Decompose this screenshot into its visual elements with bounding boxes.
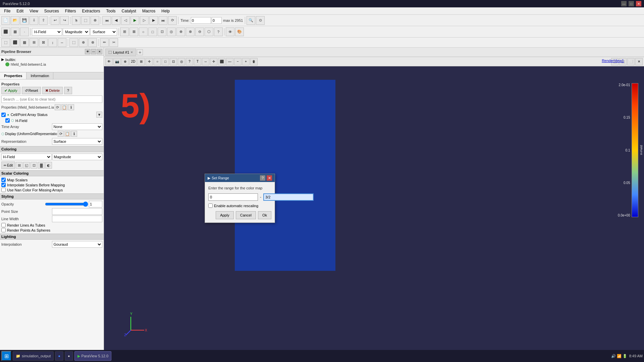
- time-input[interactable]: [191, 17, 211, 24]
- representation-select[interactable]: Surface: [90, 28, 117, 36]
- display-info-btn[interactable]: ℹ: [71, 131, 77, 137]
- rescale-btn[interactable]: ⊞: [16, 162, 22, 169]
- new-button[interactable]: 📄: [1, 16, 10, 25]
- rv-cube2-btn[interactable]: □: [162, 58, 169, 65]
- point-size-input[interactable]: 2: [52, 208, 103, 215]
- delete-button[interactable]: ✖ Delete: [42, 87, 63, 94]
- eye-orient-btn[interactable]: 👁: [226, 27, 234, 36]
- rv-movie-btn[interactable]: ⬛: [218, 58, 225, 65]
- sel-surface-btn[interactable]: ◎: [167, 27, 176, 36]
- play-button[interactable]: ▶: [130, 16, 139, 25]
- tool-e[interactable]: ⊠: [39, 38, 48, 47]
- help-button[interactable]: ?: [64, 87, 72, 94]
- dialog-apply-btn[interactable]: Apply: [216, 211, 234, 219]
- tool-a[interactable]: ⬚: [1, 38, 10, 47]
- point-data-btn[interactable]: ·: [20, 27, 29, 36]
- coloring-component-select[interactable]: Magnitude: [52, 154, 103, 160]
- export-button[interactable]: ⇧: [39, 16, 48, 25]
- dialog-cancel-btn[interactable]: Cancel: [236, 211, 256, 219]
- cell-point-array-check[interactable]: [1, 113, 6, 117]
- opacity-input[interactable]: [89, 201, 102, 207]
- open-button[interactable]: 📂: [11, 16, 19, 25]
- rv-minus-btn[interactable]: −: [234, 58, 241, 65]
- menu-sources[interactable]: Sources: [42, 8, 62, 14]
- reset-camera-btn[interactable]: ⊞: [120, 27, 129, 36]
- add-layout-btn[interactable]: +: [137, 49, 143, 55]
- play-back-button[interactable]: ◁: [121, 16, 130, 25]
- range-min-input[interactable]: [208, 193, 258, 201]
- loop-button[interactable]: ⟳: [168, 16, 177, 25]
- tool-j[interactable]: ⊗: [88, 38, 97, 47]
- frame-input[interactable]: [212, 17, 222, 24]
- rv-cam-btn[interactable]: 📷: [113, 58, 121, 65]
- dialog-ok-btn[interactable]: Ok: [258, 211, 271, 219]
- rv-settings-btn[interactable]: —: [226, 58, 233, 65]
- file-copy-btn[interactable]: 📋: [61, 104, 67, 110]
- sphere-btn[interactable]: ○: [139, 27, 148, 36]
- tool-g[interactable]: ↔: [58, 38, 66, 47]
- dialog-help-btn[interactable]: ?: [260, 175, 265, 181]
- last-frame-button[interactable]: ⏭: [159, 16, 167, 25]
- representation-select-left[interactable]: Surface: [52, 138, 103, 145]
- file-reload-btn[interactable]: ⟳: [55, 104, 61, 110]
- taskbar-other[interactable]: ●: [65, 351, 73, 361]
- close-view-btn[interactable]: ✕: [635, 58, 643, 65]
- import-button[interactable]: ⇩: [30, 16, 38, 25]
- pipeline-collapse-btn[interactable]: —: [91, 49, 96, 54]
- pipeline-eye-btn[interactable]: 👁: [85, 49, 90, 54]
- h-field-check[interactable]: [5, 118, 10, 123]
- sel-point-btn[interactable]: ⊕: [176, 27, 185, 36]
- rv-trash-btn[interactable]: 🗑: [250, 58, 258, 65]
- display-reload-btn[interactable]: ⟳: [58, 131, 64, 137]
- rv-fit-btn[interactable]: ⊡: [170, 58, 177, 65]
- first-frame-button[interactable]: ⏮: [102, 16, 111, 25]
- line-width-input[interactable]: 1: [52, 216, 103, 222]
- rv-sphere2-btn[interactable]: ○: [154, 58, 161, 65]
- close-button[interactable]: ✕: [636, 1, 641, 6]
- start-button[interactable]: ⊞: [1, 351, 11, 361]
- max-view-btn[interactable]: ⬜: [627, 58, 635, 65]
- map-scalars-check[interactable]: [1, 178, 6, 182]
- rv-2d-btn[interactable]: 2D: [129, 58, 137, 65]
- minimize-button[interactable]: —: [621, 1, 627, 6]
- interpolation-select[interactable]: Gouraud: [52, 241, 103, 248]
- next-frame-button[interactable]: ▶: [149, 16, 158, 25]
- rv-query2-btn[interactable]: ?: [186, 58, 193, 65]
- zoom-reset-button[interactable]: ⊙: [256, 16, 265, 25]
- pipeline-file[interactable]: hfield_field-between1.ia: [1, 62, 102, 67]
- tool-d[interactable]: ⊞: [30, 38, 38, 47]
- prev-frame-button[interactable]: ◀: [112, 16, 120, 25]
- file-info-btn[interactable]: ℹ: [68, 104, 74, 110]
- cell-array-detail-btn[interactable]: ▼: [96, 112, 102, 118]
- repr-icon-btn[interactable]: ⬛: [1, 27, 10, 36]
- redo-button[interactable]: ↪: [60, 16, 69, 25]
- rv-orient-btn[interactable]: ⊞: [138, 58, 145, 65]
- color-legend-btn[interactable]: ▓: [38, 162, 45, 169]
- cube-btn[interactable]: □: [148, 27, 157, 36]
- render-area[interactable]: 5) Y X Z 2.0e-01 0.15 0.1: [104, 66, 644, 351]
- zoom-fit-btn[interactable]: ⊡: [158, 27, 166, 36]
- rv-ruler-btn[interactable]: ↔: [202, 58, 209, 65]
- dialog-close-btn[interactable]: ✕: [267, 175, 272, 181]
- range-max-input[interactable]: [263, 193, 314, 201]
- rescale-vis-btn[interactable]: ◱: [23, 162, 30, 169]
- render-lines-check[interactable]: [1, 223, 6, 227]
- save-button[interactable]: 💾: [20, 16, 29, 25]
- sel-poly-btn[interactable]: ⬡: [205, 27, 213, 36]
- menu-tools[interactable]: Tools: [104, 8, 118, 14]
- taskbar-simulation[interactable]: 📁 simulation_output: [13, 351, 54, 361]
- opacity-slider[interactable]: [45, 201, 88, 207]
- rv-eye-btn[interactable]: 👁: [105, 58, 113, 65]
- field-select[interactable]: H-Field: [32, 28, 62, 36]
- sel-cell-btn[interactable]: ⊗: [186, 27, 195, 36]
- rv-pick-btn[interactable]: ✛: [210, 58, 217, 65]
- play-forward-button[interactable]: ▷: [140, 16, 149, 25]
- rescale-custom-btn[interactable]: ⊡: [31, 162, 37, 169]
- interpolate-scalars-check[interactable]: [1, 183, 6, 187]
- pipeline-close-btn[interactable]: ✕: [97, 49, 102, 54]
- menu-edit[interactable]: Edit: [14, 8, 26, 14]
- rv-sel2-btn[interactable]: ◎: [178, 58, 185, 65]
- undo-button[interactable]: ↩: [51, 16, 59, 25]
- time-array-select[interactable]: None: [52, 123, 103, 130]
- tool-l[interactable]: ✂: [109, 38, 118, 47]
